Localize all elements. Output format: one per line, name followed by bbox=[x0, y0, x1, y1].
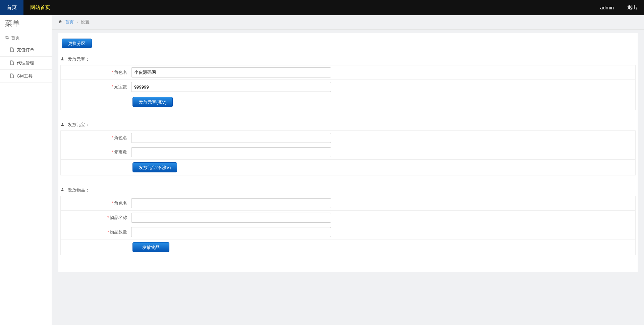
svg-point-1 bbox=[62, 123, 63, 124]
section-header: 发放元宝： bbox=[58, 51, 638, 65]
sidebar-item-recharge[interactable]: 充值订单 bbox=[0, 44, 52, 57]
content-panel: 更换分区 发放元宝： *角色名 *元宝数 bbox=[58, 33, 638, 272]
breadcrumb-current: 设置 bbox=[81, 19, 90, 24]
role-name-input-1[interactable] bbox=[131, 67, 331, 77]
home-icon bbox=[58, 19, 64, 24]
breadcrumb-separator: › bbox=[76, 19, 78, 24]
section-header: 发放物品： bbox=[58, 182, 638, 196]
item-count-input[interactable] bbox=[131, 227, 331, 237]
section-title: 发放物品： bbox=[68, 187, 90, 193]
sidebar-item-gmtool[interactable]: GM工具 bbox=[0, 70, 52, 83]
switch-zone-button[interactable]: 更换分区 bbox=[62, 39, 92, 48]
gear-icon bbox=[5, 36, 9, 41]
svg-point-2 bbox=[62, 188, 63, 189]
field-label: 角色名 bbox=[114, 201, 127, 206]
send-item-button[interactable]: 发放物品 bbox=[132, 242, 169, 252]
send-yuanbao-nov-button[interactable]: 发放元宝(不涨V) bbox=[132, 162, 177, 172]
sidebar-group-home[interactable]: 首页 bbox=[0, 32, 52, 44]
svg-point-0 bbox=[62, 57, 63, 59]
sidebar-title: 菜单 bbox=[0, 15, 52, 32]
role-name-input-3[interactable] bbox=[131, 198, 331, 208]
yuanbao-count-input-1[interactable] bbox=[131, 82, 331, 92]
section-title: 发放元宝： bbox=[68, 57, 90, 62]
send-yuanbao-v-button[interactable]: 发放元宝(涨V) bbox=[132, 97, 173, 107]
sidebar-group-label: 首页 bbox=[11, 35, 20, 41]
breadcrumb: 首页 › 设置 bbox=[52, 15, 644, 30]
nav-home[interactable]: 首页 bbox=[0, 0, 23, 15]
file-icon bbox=[10, 73, 14, 79]
nav-site-home[interactable]: 网站首页 bbox=[23, 0, 57, 15]
field-label: 元宝数 bbox=[114, 84, 127, 89]
nav-logout[interactable]: 退出 bbox=[621, 0, 644, 15]
nav-user[interactable]: admin bbox=[593, 0, 621, 15]
main: 首页 › 设置 更换分区 发放元宝： *角色名 bbox=[52, 15, 644, 325]
sidebar-item-label: 充值订单 bbox=[17, 47, 34, 53]
sidebar-item-agent[interactable]: 代理管理 bbox=[0, 57, 52, 70]
topbar: 首页 网站首页 admin 退出 bbox=[0, 0, 644, 15]
user-icon bbox=[60, 187, 66, 193]
field-label: 物品数量 bbox=[110, 229, 127, 234]
sidebar: 菜单 首页 充值订单 代理管理 GM工具 bbox=[0, 15, 52, 325]
role-name-input-2[interactable] bbox=[131, 133, 331, 143]
file-icon bbox=[10, 60, 14, 66]
section-header: 发放元宝： bbox=[58, 117, 638, 130]
item-name-input[interactable] bbox=[131, 213, 331, 223]
breadcrumb-home[interactable]: 首页 bbox=[65, 19, 74, 24]
field-label: 元宝数 bbox=[114, 150, 127, 155]
section-title: 发放元宝： bbox=[68, 122, 90, 127]
yuanbao-count-input-2[interactable] bbox=[131, 147, 331, 157]
field-label: 角色名 bbox=[114, 135, 127, 140]
file-icon bbox=[10, 47, 14, 53]
user-icon bbox=[60, 122, 66, 127]
field-label: 角色名 bbox=[114, 70, 127, 75]
sidebar-item-label: 代理管理 bbox=[17, 60, 34, 66]
user-icon bbox=[60, 57, 66, 62]
sidebar-item-label: GM工具 bbox=[17, 73, 33, 79]
field-label: 物品名称 bbox=[110, 215, 127, 220]
